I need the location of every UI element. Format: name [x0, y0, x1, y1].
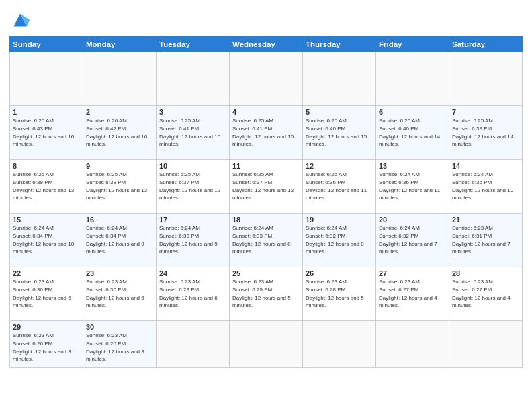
cell-daylight: Daylight: 12 hours and 3 minutes.: [86, 349, 144, 363]
cell-sunset: Sunset: 6:36 PM: [379, 179, 418, 185]
cell-daylight: Daylight: 12 hours and 5 minutes.: [232, 295, 291, 309]
day-number: 9: [86, 162, 153, 170]
cell-sunset: Sunset: 6:39 PM: [452, 126, 492, 132]
calendar-cell: 5Sunrise: 6:25 AMSunset: 6:40 PMDaylight…: [303, 106, 376, 160]
cell-sunset: Sunset: 6:43 PM: [13, 126, 52, 132]
cell-sunrise: Sunrise: 6:23 AM: [86, 279, 127, 285]
cell-daylight: Daylight: 12 hours and 3 minutes.: [13, 349, 71, 363]
calendar-week-row: [10, 52, 523, 106]
calendar-header-row: SundayMondayTuesdayWednesdayThursdayFrid…: [10, 37, 523, 52]
calendar-header-friday: Friday: [376, 37, 449, 52]
cell-sunset: Sunset: 6:35 PM: [452, 179, 492, 185]
cell-sunrise: Sunrise: 6:24 AM: [452, 171, 493, 177]
cell-sunset: Sunset: 6:27 PM: [379, 287, 418, 293]
cell-sunrise: Sunrise: 6:26 AM: [13, 118, 54, 124]
calendar-cell: 4Sunrise: 6:25 AMSunset: 6:41 PMDaylight…: [230, 106, 303, 160]
calendar-cell: 2Sunrise: 6:26 AMSunset: 6:42 PMDaylight…: [83, 106, 157, 160]
calendar-cell: 7Sunrise: 6:25 AMSunset: 6:39 PMDaylight…: [449, 106, 523, 160]
day-number: 16: [86, 216, 153, 224]
cell-daylight: Daylight: 12 hours and 8 minutes.: [306, 241, 364, 255]
cell-sunrise: Sunrise: 6:23 AM: [13, 332, 54, 338]
cell-daylight: Daylight: 12 hours and 13 minutes.: [13, 187, 74, 201]
cell-daylight: Daylight: 12 hours and 8 minutes.: [232, 241, 291, 255]
cell-sunset: Sunset: 6:37 PM: [232, 179, 272, 185]
calendar-cell: [376, 52, 449, 106]
cell-sunrise: Sunrise: 6:23 AM: [232, 279, 273, 285]
cell-daylight: Daylight: 12 hours and 12 minutes.: [159, 187, 220, 201]
calendar-header-tuesday: Tuesday: [157, 37, 230, 52]
calendar-cell: 22Sunrise: 6:23 AMSunset: 6:30 PMDayligh…: [10, 267, 83, 321]
day-number: 12: [306, 162, 373, 170]
calendar-cell: 21Sunrise: 6:23 AMSunset: 6:31 PMDayligh…: [449, 214, 523, 267]
cell-sunset: Sunset: 6:42 PM: [86, 126, 126, 132]
calendar-table: SundayMondayTuesdayWednesdayThursdayFrid…: [9, 36, 523, 368]
cell-sunrise: Sunrise: 6:23 AM: [452, 225, 493, 231]
cell-sunrise: Sunrise: 6:23 AM: [13, 279, 54, 285]
calendar-header-saturday: Saturday: [449, 37, 523, 52]
cell-daylight: Daylight: 12 hours and 13 minutes.: [86, 187, 147, 201]
cell-sunrise: Sunrise: 6:25 AM: [452, 118, 493, 124]
day-number: 30: [86, 323, 153, 331]
calendar-cell: 8Sunrise: 6:25 AMSunset: 6:39 PMDaylight…: [10, 160, 83, 214]
calendar-week-row: 15Sunrise: 6:24 AMSunset: 6:34 PMDayligh…: [10, 214, 523, 267]
calendar-cell: 29Sunrise: 6:23 AMSunset: 6:26 PMDayligh…: [10, 321, 83, 368]
day-number: 11: [232, 162, 300, 170]
day-number: 1: [13, 108, 80, 116]
cell-sunrise: Sunrise: 6:24 AM: [159, 225, 200, 231]
day-number: 17: [159, 216, 226, 224]
calendar-cell: 19Sunrise: 6:24 AMSunset: 6:32 PMDayligh…: [303, 214, 376, 267]
day-number: 28: [452, 269, 519, 277]
calendar-cell: [449, 52, 523, 106]
cell-sunrise: Sunrise: 6:23 AM: [306, 279, 347, 285]
calendar-cell: [157, 321, 230, 368]
calendar-header-wednesday: Wednesday: [230, 37, 303, 52]
cell-daylight: Daylight: 12 hours and 6 minutes.: [159, 295, 218, 309]
calendar-cell: 12Sunrise: 6:25 AMSunset: 6:36 PMDayligh…: [303, 160, 376, 214]
calendar-cell: [83, 52, 157, 106]
cell-sunset: Sunset: 6:36 PM: [306, 179, 345, 185]
cell-daylight: Daylight: 12 hours and 9 minutes.: [86, 241, 144, 255]
cell-sunrise: Sunrise: 6:25 AM: [159, 118, 200, 124]
cell-daylight: Daylight: 12 hours and 14 minutes.: [379, 134, 440, 148]
cell-sunrise: Sunrise: 6:23 AM: [379, 279, 420, 285]
cell-sunset: Sunset: 6:41 PM: [159, 126, 199, 132]
calendar-cell: [303, 52, 376, 106]
page: SundayMondayTuesdayWednesdayThursdayFrid…: [0, 0, 532, 411]
calendar-week-row: 8Sunrise: 6:25 AMSunset: 6:39 PMDaylight…: [10, 160, 523, 214]
cell-sunset: Sunset: 6:34 PM: [13, 233, 52, 239]
cell-daylight: Daylight: 12 hours and 7 minutes.: [452, 241, 511, 255]
day-number: 2: [86, 108, 153, 116]
cell-sunset: Sunset: 6:26 PM: [86, 340, 126, 347]
calendar-cell: 20Sunrise: 6:24 AMSunset: 6:32 PMDayligh…: [376, 214, 449, 267]
cell-sunset: Sunset: 6:30 PM: [13, 287, 52, 293]
calendar-cell: 14Sunrise: 6:24 AMSunset: 6:35 PMDayligh…: [449, 160, 523, 214]
calendar-header-sunday: Sunday: [10, 37, 83, 52]
calendar-cell: 16Sunrise: 6:24 AMSunset: 6:34 PMDayligh…: [83, 214, 157, 267]
day-number: 14: [452, 162, 519, 170]
day-number: 10: [159, 162, 226, 170]
calendar-cell: 25Sunrise: 6:23 AMSunset: 6:29 PMDayligh…: [230, 267, 303, 321]
calendar-cell: 18Sunrise: 6:24 AMSunset: 6:33 PMDayligh…: [230, 214, 303, 267]
calendar-cell: 26Sunrise: 6:23 AMSunset: 6:28 PMDayligh…: [303, 267, 376, 321]
cell-sunrise: Sunrise: 6:24 AM: [86, 225, 127, 231]
calendar-cell: [10, 52, 83, 106]
cell-sunset: Sunset: 6:38 PM: [86, 179, 126, 185]
cell-sunset: Sunset: 6:27 PM: [452, 287, 492, 293]
calendar-week-row: 29Sunrise: 6:23 AMSunset: 6:26 PMDayligh…: [10, 321, 523, 368]
cell-daylight: Daylight: 12 hours and 5 minutes.: [306, 295, 364, 309]
cell-daylight: Daylight: 12 hours and 15 minutes.: [232, 134, 294, 148]
day-number: 26: [306, 269, 373, 277]
cell-sunset: Sunset: 6:29 PM: [232, 287, 272, 293]
cell-sunset: Sunset: 6:29 PM: [159, 287, 199, 293]
cell-daylight: Daylight: 12 hours and 12 minutes.: [232, 187, 294, 201]
calendar-header-monday: Monday: [83, 37, 157, 52]
cell-sunrise: Sunrise: 6:24 AM: [379, 225, 420, 231]
day-number: 27: [379, 269, 446, 277]
calendar-header-thursday: Thursday: [303, 37, 376, 52]
cell-sunrise: Sunrise: 6:23 AM: [159, 279, 200, 285]
cell-daylight: Daylight: 12 hours and 16 minutes.: [13, 134, 74, 148]
calendar-cell: [157, 52, 230, 106]
cell-sunset: Sunset: 6:39 PM: [13, 179, 52, 185]
day-number: 6: [379, 108, 446, 116]
cell-sunrise: Sunrise: 6:24 AM: [232, 225, 273, 231]
